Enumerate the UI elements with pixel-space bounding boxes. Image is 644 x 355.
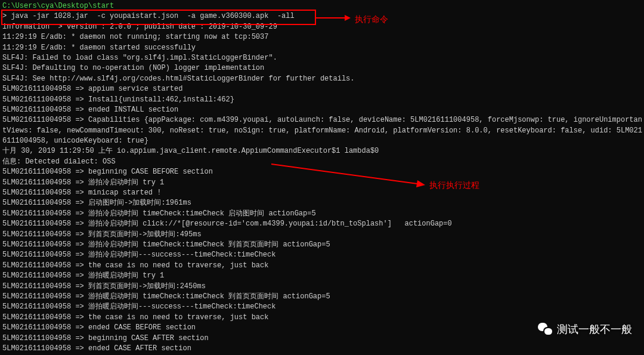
- watermark: 测试一般不一般: [538, 322, 632, 337]
- log-line: 5LM0216111004958 => 到首页页面时间->加载时间:495ms: [2, 230, 642, 240]
- log-line: 5LM0216111004958 => 游拍冷启动时间 timeCheck:ti…: [2, 209, 642, 219]
- prompt-path: C:\Users\cya\Desktop\start: [2, 1, 642, 11]
- terminal-output: C:\Users\cya\Desktop\start > java -jar 1…: [2, 1, 642, 355]
- annotation-label-command: 执行命令: [355, 13, 388, 25]
- log-line: 5LM0216111004958 => appium service start…: [2, 84, 642, 94]
- dialect-line: 信息: Detected dialect: OSS: [2, 157, 642, 167]
- wechat-icon: [538, 323, 552, 336]
- slf4j-log: SLF4J: See http://www.slf4j.org/codes.ht…: [2, 74, 642, 84]
- adb-log: 11:29:19 E/adb: * daemon started success…: [2, 43, 642, 53]
- slf4j-log: SLF4J: Failed to load class "org.slf4j.i…: [2, 53, 642, 63]
- log-line: 5LM0216111004958 => 游拍冷启动时间 timeCheck:ti…: [2, 240, 642, 250]
- log-line: 5LM0216111004958 => minicap started !: [2, 188, 642, 198]
- info-line: information > version : 2.0.0 ; publish …: [2, 22, 642, 32]
- log-line: 5LM0216111004958 => 到首页页面时间->加载时间:2450ms: [2, 282, 642, 292]
- command-line: > java -jar 1028.jar -c youpaistart.json…: [2, 11, 642, 21]
- log-line: 5LM0216111004958 => Install{uninstall:46…: [2, 95, 642, 105]
- log-line: 5LM0216111004958 => 游拍暖启动时间---success---…: [2, 302, 642, 312]
- log-line: 5LM0216111004958 => 游拍冷启动时间---success---…: [2, 250, 642, 260]
- log-line: 5LM0216111004958 => ended INSTALL sectio…: [2, 105, 642, 115]
- appium-line: 十月 30, 2019 11:29:50 上午 io.appium.java_c…: [2, 146, 642, 156]
- log-line: 5LM0216111004958 => 游拍暖启动时间 try 1: [2, 271, 642, 281]
- log-line: 5LM0216111004958 => beginning CASE BEFOR…: [2, 167, 642, 177]
- caps-line: 5LM0216111004958 => Capabilities {appPac…: [2, 115, 642, 125]
- log-line: 5LM0216111004958 => ended CASE AFTER sec…: [2, 344, 642, 354]
- adb-log: 11:29:19 E/adb: * daemon not running; st…: [2, 32, 642, 42]
- watermark-text: 测试一般不一般: [557, 322, 632, 337]
- log-line: 5LM0216111004958 => 游拍冷启动时间 try 1: [2, 178, 642, 188]
- log-line: 5LM0216111004958 => 游拍暖启动时间 timeCheck:ti…: [2, 292, 642, 302]
- annotation-label-process: 执行执行过程: [429, 179, 479, 191]
- log-line: 5LM0216111004958 => the case is no need …: [2, 261, 642, 271]
- log-line: 5LM0216111004958 => 游拍冷启动时间 click://*[@r…: [2, 219, 642, 229]
- log-line: 5LM0216111004958 => 启动图时间->加载时间:1961ms: [2, 198, 642, 208]
- slf4j-log: SLF4J: Defaulting to no-operation (NOP) …: [2, 63, 642, 73]
- caps-line: 6111004958, unicodeKeyboard: true}: [2, 136, 642, 146]
- caps-line: tViews: false, newCommandTimeout: 300, n…: [2, 126, 642, 136]
